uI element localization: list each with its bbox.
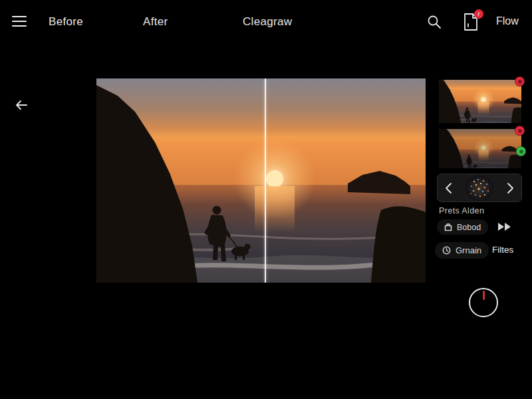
tab-before[interactable]: Before — [49, 15, 83, 29]
bobod-label: Bobod — [457, 223, 481, 232]
history-thumbnail-1[interactable] — [439, 80, 521, 123]
grain-label: Grnain — [456, 245, 481, 255]
history-thumbnail-2[interactable] — [439, 129, 521, 168]
preset-name: Prets Alden — [439, 206, 484, 215]
notification-badge: r — [474, 9, 483, 19]
fast-forward-icon[interactable] — [497, 222, 512, 231]
compare-divider-handle[interactable] — [265, 78, 266, 283]
grain-button[interactable]: Grnain — [435, 242, 489, 259]
filters-button[interactable]: Filtes — [492, 245, 513, 255]
top-app-bar: Before After Cleagraw r Flow — [0, 0, 532, 41]
bobod-button[interactable]: Bobod — [437, 219, 488, 235]
menu-icon[interactable] — [12, 16, 27, 27]
file-icon[interactable]: r — [462, 13, 479, 31]
chevron-left-icon[interactable] — [444, 182, 454, 194]
tab-cleagraw[interactable]: Cleagraw — [243, 15, 292, 29]
chevron-right-icon[interactable] — [505, 182, 515, 194]
effect-carousel — [437, 174, 522, 202]
before-slider-row: Befores 135 10 49 — [0, 295, 532, 318]
tab-after[interactable]: After — [143, 15, 168, 29]
clock-icon — [442, 246, 451, 255]
badge-green-icon — [516, 146, 526, 156]
search-icon[interactable] — [426, 14, 442, 30]
badge-red-icon — [515, 76, 525, 86]
bag-icon — [444, 223, 452, 231]
effect-preview-image[interactable] — [465, 175, 494, 201]
photo-editor-screen: Before After Cleagraw r Flow TiveAftR — [0, 0, 532, 399]
bottom-toolbar: AFTIRS JCANCT — [0, 347, 532, 399]
compare-header: TiveAftR — [0, 47, 532, 70]
compare-image[interactable] — [96, 78, 426, 283]
badge-red-icon — [515, 126, 525, 136]
flow-label[interactable]: Flow — [496, 15, 519, 27]
